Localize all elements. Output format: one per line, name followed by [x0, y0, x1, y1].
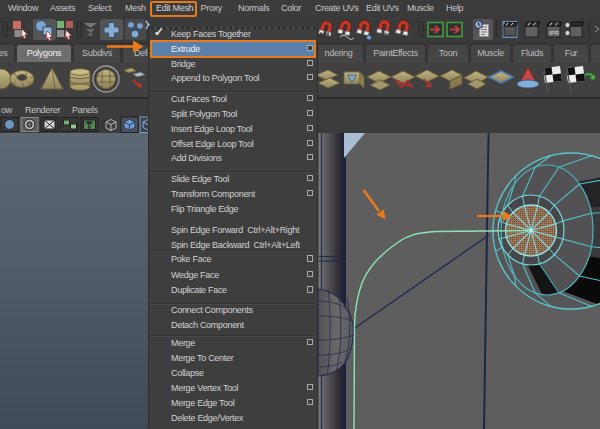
svg-text:T: T — [87, 120, 93, 130]
svg-text:IPR: IPR — [549, 30, 560, 36]
